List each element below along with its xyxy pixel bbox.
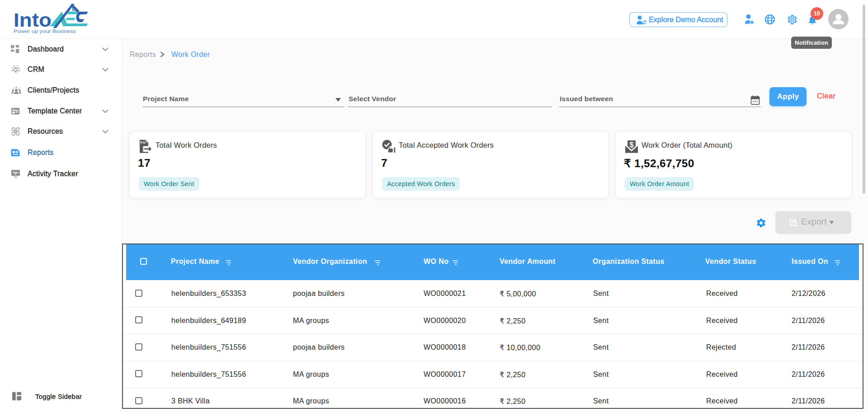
svg-text:$: $: [630, 141, 634, 149]
svg-text:Into: Into: [14, 9, 52, 31]
svg-text:Power up your Business: Power up your Business: [14, 28, 76, 34]
svg-text:P.O: P.O: [141, 141, 146, 144]
